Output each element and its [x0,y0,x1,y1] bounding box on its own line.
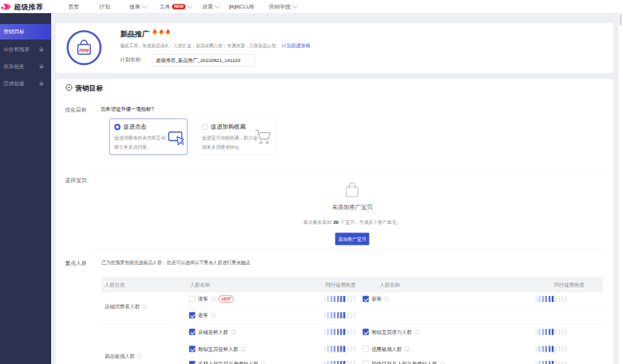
heat-bar [324,361,326,364]
goal-option-1[interactable]: 促进点击促进消费者的点击和互动，吸引更多访问量。 [109,118,188,155]
heat-bar [562,361,564,364]
checkbox-checked[interactable] [363,296,369,302]
sidebar-step-1[interactable]: 营销目标 [0,24,51,39]
lock-icon [39,46,44,52]
plan-name-input[interactable] [152,54,255,67]
heat-bar [327,361,329,364]
heat-bar [549,361,551,364]
audience-item-right: 新客i [363,296,390,303]
group-divider [102,325,603,325]
sidebar-step-label: 营销目标 [4,29,25,36]
heat-bar [535,329,538,335]
heat-bar [542,346,544,352]
heat-bar [552,329,554,335]
plan-guide-link[interactable]: 计划搭建攻略 [282,43,312,49]
section-title: 营销目标 [75,84,103,93]
empty-title: 未添加推广宝贝 [102,204,603,211]
nav-item-4[interactable]: 工具NEW [160,0,191,13]
empty-hint: 单次最多添加 20 个宝贝，生成多个推广单元。 [102,219,603,226]
heat-bar [346,312,349,318]
heat-bar [343,312,346,318]
info-icon[interactable]: i [415,329,420,335]
table-header-5: 同行使用热度 [554,277,584,293]
nav-item-7[interactable]: 营销学院 [269,0,296,13]
nav-item-2[interactable]: 计划 [99,0,110,13]
peer-heat-gauge [535,329,566,335]
info-icon[interactable]: i [384,297,390,302]
checkbox-checked[interactable] [189,329,195,335]
scrollbar[interactable] [618,13,623,364]
radio-checked[interactable] [115,124,121,130]
add-goods-button[interactable]: 添加推广宝贝 [336,233,370,246]
lock-icon [39,64,44,69]
heat-bar [535,346,538,352]
info-icon[interactable]: i [137,354,143,359]
info-icon[interactable]: i [211,313,216,318]
audience-item-left: 相似宝贝尝鲜人群i [189,345,246,352]
audience-category: 店铺消费者人群i [105,303,147,310]
heat-bar [565,329,567,335]
heat-bar [343,329,346,335]
flame-icons [152,29,171,36]
checkbox-unchecked[interactable] [363,361,369,364]
heat-bar [327,312,329,318]
audience-item-right: 同类目新品上新兴趣偏好人群i [363,361,445,364]
scrollbar-thumb[interactable] [619,14,622,26]
sidebar-step-4[interactable]: 完成创建 [0,75,51,91]
heat-bar [539,346,541,352]
goal-option-desc: 吸引更多访问量。 [115,144,152,151]
peer-heat-gauge [324,312,355,318]
sidebar-step-2[interactable]: 出价和预算 [0,41,51,57]
info-icon[interactable]: i [231,329,236,335]
heat-bar [353,361,356,364]
heat-bar [552,296,554,302]
plan-name-label: 计划名称: [120,56,142,63]
audience-item-left: 店铺尝鲜人群i [189,328,236,335]
info-icon[interactable]: i [211,297,216,302]
checkbox-checked[interactable] [189,312,195,318]
audience-name: 优惠敏感人群 [372,345,402,352]
heat-bar [337,361,339,364]
heat-bar [558,329,560,335]
goods-empty-state: 未添加推广宝贝 单次最多添加 20 个宝贝，生成多个推广单元。 添加推广宝贝 [102,182,603,246]
nav-item-6[interactable]: 妈妈CLUB [229,0,254,13]
marketing-goal-card: 营销目标 优化目标 您希望提升哪一项指标? 促进点击促进消费者的点击和互动，吸引… [56,79,614,364]
table-header-3: 同行使用热度 [325,277,356,293]
audience-item-left: 潜客iHOT [189,296,234,303]
checkbox-unchecked[interactable] [363,346,369,352]
heat-bar [346,296,349,302]
logo-icon [1,2,12,12]
info-icon[interactable]: i [241,346,246,352]
info-icon[interactable]: i [404,346,410,352]
heat-bar [334,329,336,335]
goal-option-2[interactable]: 促进加购收藏促进宝贝加购收藏，助力促成更多消费者转化 [197,118,276,155]
nav-item-3[interactable]: 报表 [129,0,146,13]
heat-bar [542,329,544,335]
checkbox-checked[interactable] [363,329,369,335]
heat-bar [539,329,541,335]
table-header-1: 人群分类 [105,277,125,293]
click-icon [168,129,184,150]
sidebar-step-3[interactable]: 添加创意 [0,58,51,74]
heat-bar [565,346,567,352]
audience-name: 相似宝贝潜力人群 [372,328,412,335]
checkbox-checked[interactable] [189,346,195,352]
audience-label: 重点人群 [65,259,87,266]
heat-bar [337,296,339,302]
empty-hint-prefix: 单次最多添加 [303,220,331,225]
audience-table-header: 人群分类人群名称同行使用热度人群名称同行使用热度 [102,277,603,293]
audience-category-label: 新品敏感人群 [105,353,135,360]
divider [94,173,603,173]
heat-bar [337,346,339,352]
info-icon[interactable]: i [142,304,147,309]
checkbox-unchecked[interactable] [189,296,195,302]
peer-heat-gauge [535,361,566,364]
checkbox-checked[interactable] [189,361,195,364]
heat-bar [343,296,346,302]
radio-unchecked[interactable] [202,124,208,130]
nav-item-1[interactable]: 首页 [68,0,79,13]
heat-bar [558,346,560,352]
nav-item-5[interactable]: 设置 [202,0,219,13]
goal-option-desc: 成更多消费者转化 [202,144,239,151]
empty-bag-icon [345,182,360,198]
